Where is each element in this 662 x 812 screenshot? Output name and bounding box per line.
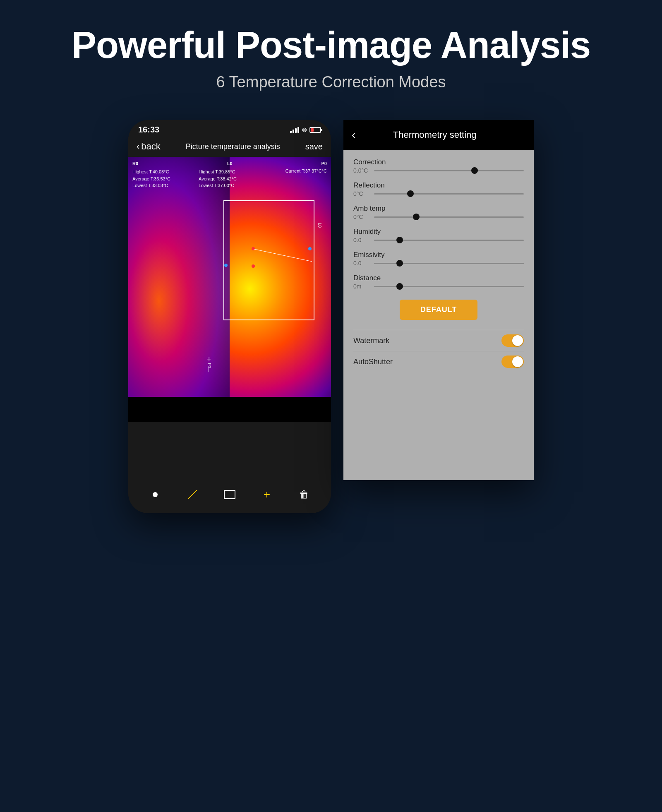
setting-row-correction: Correction 0.0°C <box>353 158 524 174</box>
humidity-value: 0.0 <box>353 237 370 243</box>
autoshutter-row: AutoShutter <box>353 351 524 372</box>
amb-temp-value: 0°C <box>353 214 370 220</box>
p0-label: P0 <box>321 161 327 166</box>
l0-vertical-label: L0 <box>317 223 322 228</box>
distance-slider[interactable] <box>374 286 524 287</box>
region-labels: R0 L0 P0 <box>132 161 327 166</box>
settings-header: ‹ Thermometry setting <box>343 120 534 150</box>
nav-bar: ‹ back Picture temperature analysis save <box>128 138 331 157</box>
l0-average: Average T:38.42°C <box>199 175 237 183</box>
phone-left: 16:33 ⊛ ‹ back Picture temperature <box>128 120 331 513</box>
reflection-thumb <box>407 190 414 197</box>
watermark-row: Watermark <box>353 330 524 351</box>
reflection-label: Reflection <box>353 181 524 190</box>
back-button[interactable]: ‹ back <box>137 141 161 152</box>
settings-body: Correction 0.0°C Reflection 0°C <box>343 150 534 480</box>
setting-row-reflection: Reflection 0°C <box>353 181 524 197</box>
r0-stats: Highest T:40.03°C Average T:36.53°C Lowe… <box>132 168 170 189</box>
distance-thumb <box>396 283 403 290</box>
correction-label: Correction <box>353 158 524 166</box>
amb-temp-thumb <box>413 214 420 220</box>
emissivity-value: 0.0 <box>353 260 370 267</box>
setting-row-humidity: Humidity 0.0 <box>353 228 524 243</box>
watermark-label: Watermark <box>353 336 389 345</box>
phone-right: ‹ Thermometry setting Correction 0.0°C R… <box>343 120 534 480</box>
header-section: Powerful Post-image Analysis 6 Temperatu… <box>72 0 590 91</box>
r0-label: R0 <box>132 161 138 166</box>
dot-tool-icon <box>153 492 158 497</box>
autoshutter-knob <box>512 356 523 367</box>
watermark-toggle[interactable] <box>501 334 524 347</box>
nav-title: Picture temperature analysis <box>186 142 280 151</box>
emissivity-thumb <box>396 260 403 267</box>
rect-tool-icon <box>224 490 235 499</box>
settings-back-button[interactable]: ‹ <box>352 128 355 142</box>
correction-slider[interactable] <box>374 170 524 171</box>
r0-highest: Highest T:40.03°C <box>132 168 170 175</box>
default-button[interactable]: DEFAULT <box>400 300 478 320</box>
humidity-slider[interactable] <box>374 240 524 241</box>
thermal-left-overlay <box>128 157 230 397</box>
back-label: back <box>141 141 160 152</box>
humidity-label: Humidity <box>353 228 524 236</box>
save-button[interactable]: save <box>305 142 323 151</box>
correction-value: 0.0°C <box>353 167 370 174</box>
selection-rectangle <box>223 200 314 320</box>
autoshutter-toggle[interactable] <box>501 356 524 368</box>
status-bar: 16:33 ⊛ <box>128 120 331 138</box>
min-spot-dot <box>224 264 228 267</box>
signal-bars-icon <box>290 127 299 133</box>
trash-icon: 🗑 <box>299 489 309 500</box>
emissivity-label: Emissivity <box>353 251 524 259</box>
status-icons: ⊛ <box>290 126 321 134</box>
cross-marker: + <box>207 355 211 364</box>
back-chevron-icon: ‹ <box>137 141 139 152</box>
dot-tool[interactable] <box>148 487 163 502</box>
plus-icon: + <box>264 488 270 501</box>
r0-average: Average T:36.53°C <box>132 175 170 183</box>
autoshutter-label: AutoShutter <box>353 358 393 366</box>
rectangle-tool[interactable] <box>222 487 237 502</box>
setting-row-amb-temp: Amb temp 0°C <box>353 204 524 220</box>
reflection-slider[interactable] <box>374 193 524 195</box>
emissivity-slider[interactable] <box>374 263 524 264</box>
reflection-value: 0°C <box>353 190 370 197</box>
line-tool[interactable] <box>185 487 200 502</box>
wifi-icon: ⊛ <box>302 126 307 134</box>
delete-tool[interactable]: 🗑 <box>297 487 312 502</box>
thermal-image-area: R0 L0 P0 Highest T:40.03°C Average T:36.… <box>128 157 331 397</box>
cold-spot-dot <box>308 247 312 250</box>
status-time: 16:33 <box>138 125 159 135</box>
l0-stats: Highest T:39.85°C Average T:38.42°C Lowe… <box>199 168 237 189</box>
correction-thumb <box>471 167 478 174</box>
distance-label: Distance <box>353 274 524 282</box>
setting-row-emissivity: Emissivity 0.0 <box>353 251 524 267</box>
current-temp: Current T:37.37°C°C <box>285 168 327 173</box>
setting-row-distance: Distance 0m <box>353 274 524 290</box>
phones-container: 16:33 ⊛ ‹ back Picture temperature <box>128 120 534 513</box>
settings-title: Thermometry setting <box>362 130 507 140</box>
p0-vertical-label: P0— <box>207 363 211 372</box>
amb-temp-label: Amb temp <box>353 204 524 213</box>
main-title: Powerful Post-image Analysis <box>72 25 590 66</box>
battery-icon <box>309 127 321 133</box>
bottom-gap <box>128 397 331 422</box>
watermark-knob <box>512 335 523 346</box>
distance-value: 0m <box>353 283 370 290</box>
amb-temp-slider[interactable] <box>374 216 524 218</box>
toolbar: + 🗑 <box>128 476 331 513</box>
l0-highest: Highest T:39.85°C <box>199 168 237 175</box>
l0-lowest: Lowest T:37.00°C <box>199 182 237 189</box>
l0-label: L0 <box>227 161 233 166</box>
r0-lowest: Lowest T:33.03°C <box>132 182 170 189</box>
subtitle: 6 Temperature Correction Modes <box>72 73 590 91</box>
line-tool-icon <box>188 490 197 500</box>
hot-spot-dot-2 <box>252 264 255 268</box>
humidity-thumb <box>396 237 403 243</box>
add-tool[interactable]: + <box>259 487 274 502</box>
